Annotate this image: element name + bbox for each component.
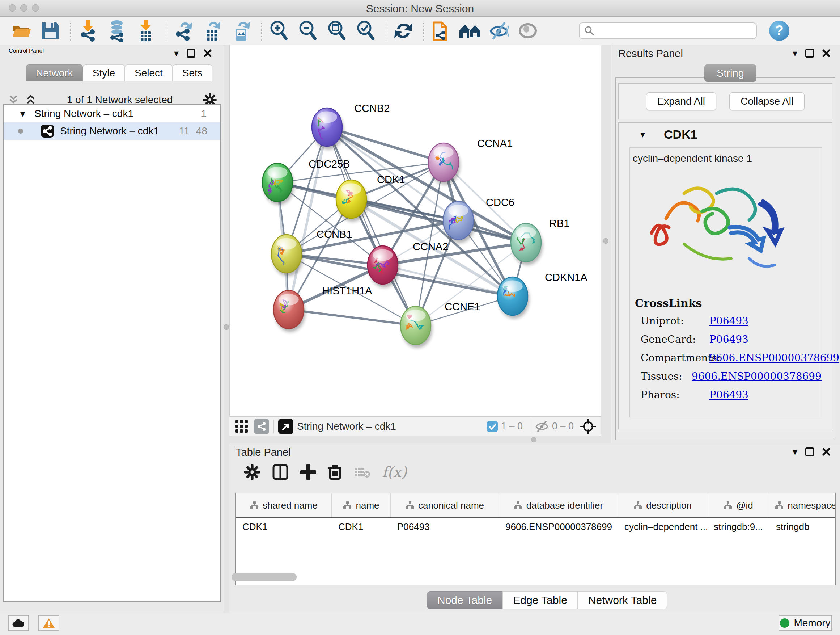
hidden-eye-slash-icon[interactable]: [535, 420, 549, 432]
import-table-from-file-button[interactable]: [134, 19, 157, 42]
crosslink-link[interactable]: P06493: [709, 315, 748, 327]
results-panel-float-button[interactable]: ▾: [793, 49, 797, 58]
results-panel-maximize-button[interactable]: [805, 49, 814, 57]
table-panel-close-icon[interactable]: [822, 448, 831, 456]
new-network-from-selection-button[interactable]: [430, 19, 452, 42]
node-HIST1H1A[interactable]: HIST1H1A: [273, 285, 372, 332]
import-network-from-file-button[interactable]: [77, 19, 99, 42]
control-panel-float-button[interactable]: ▾: [174, 49, 179, 58]
string-network-graph[interactable]: CCNB2CCNA1CDC25BCDK1CDC6RB1CCNB1CCNA2CDK…: [230, 45, 601, 416]
network-share-view-button[interactable]: [254, 419, 269, 434]
tree-expand-arrow-icon[interactable]: ▾: [20, 109, 25, 119]
table-cell[interactable]: P06493: [391, 521, 499, 532]
tab-sets[interactable]: Sets: [172, 65, 212, 81]
gene-collapse-arrow-icon[interactable]: ▾: [640, 130, 645, 139]
collapse-all-button[interactable]: Collapse All: [729, 92, 805, 111]
tab-select[interactable]: Select: [125, 65, 172, 81]
export-network-icon: [173, 19, 194, 42]
automation-cloud-button[interactable]: [8, 615, 29, 631]
control-panel-close-icon[interactable]: [203, 49, 212, 57]
node-CCNA1[interactable]: CCNA1: [428, 138, 513, 185]
expand-all-chevron-icon[interactable]: [25, 95, 37, 105]
crosslink-link[interactable]: P06493: [709, 333, 748, 345]
table-cell[interactable]: 9606.ENSP00000378699: [499, 521, 618, 532]
toolbar-separator: [386, 21, 386, 41]
results-panel-close-icon[interactable]: [822, 49, 831, 57]
crosslink-link[interactable]: 9606.ENSP00000378699: [692, 371, 821, 382]
tab-edge-table[interactable]: Edge Table: [502, 591, 578, 609]
grid-view-icon[interactable]: [234, 419, 249, 434]
node-CCNE1[interactable]: CCNE1: [401, 301, 480, 348]
gene-section-header[interactable]: ▾ CDK1: [619, 123, 832, 146]
crosslink-link[interactable]: 9606.ENSP00000378699: [709, 352, 839, 364]
search-input[interactable]: [595, 25, 747, 36]
collapse-all-chevron-icon[interactable]: [7, 95, 19, 105]
column-header-label: @id: [736, 500, 753, 511]
table-row[interactable]: CDK1CDK1P064939606.ENSP00000378699cyclin…: [236, 518, 835, 535]
column-header-description[interactable]: description: [618, 494, 707, 517]
export-network-to-file-button[interactable]: [172, 19, 195, 42]
open-in-new-window-button[interactable]: [278, 419, 294, 434]
table-panel-float-button[interactable]: ▾: [793, 447, 797, 456]
crosslink-label: Tissues:: [641, 371, 692, 382]
expand-all-button[interactable]: Expand All: [646, 92, 716, 111]
show-columns-icon[interactable]: [272, 464, 289, 480]
table-cell[interactable]: cyclin–dependent ...: [618, 521, 707, 532]
crosslink-link[interactable]: P06493: [709, 389, 748, 401]
right-splitter-handle[interactable]: [603, 238, 608, 244]
table-options-gear-icon[interactable]: [244, 464, 261, 480]
export-image-button[interactable]: [230, 19, 253, 42]
delete-column-trash-icon[interactable]: [328, 464, 342, 480]
zoom-out-button[interactable]: [297, 19, 319, 42]
zoom-fit-button[interactable]: [325, 19, 348, 42]
left-splitter-handle[interactable]: [224, 325, 229, 330]
control-panel-maximize-button[interactable]: [187, 49, 195, 57]
network-tree-row[interactable]: String Network – cdk11148: [4, 122, 220, 140]
tab-style[interactable]: Style: [83, 65, 125, 81]
edge-HIST1H1A-CCNE1[interactable]: [289, 310, 416, 325]
table-panel-maximize-button[interactable]: [805, 448, 814, 456]
help-button[interactable]: ?: [769, 21, 789, 41]
horizontal-splitter[interactable]: [229, 436, 601, 443]
open-session-button[interactable]: [10, 19, 33, 42]
apply-layout-button[interactable]: [392, 19, 415, 42]
tab-network-table[interactable]: Network Table: [578, 591, 668, 609]
node-RB1[interactable]: RB1: [511, 218, 569, 265]
zoom-selected-button[interactable]: [355, 19, 377, 42]
column-header-shared-name[interactable]: shared name: [236, 494, 332, 517]
tab-string[interactable]: String: [704, 65, 756, 82]
column-header-canonical-name[interactable]: canonical name: [391, 494, 499, 517]
node-CCNA2[interactable]: CCNA2: [368, 241, 448, 287]
node-CDK1[interactable]: CDK1: [336, 174, 405, 222]
warnings-button[interactable]: [38, 615, 59, 631]
create-column-plus-icon[interactable]: [300, 464, 316, 480]
birds-eye-view-icon[interactable]: [580, 418, 596, 434]
table-cell[interactable]: CDK1: [236, 521, 332, 532]
network-view-canvas[interactable]: CCNB2CCNA1CDC25BCDK1CDC6RB1CCNB1CCNA2CDK…: [229, 45, 601, 416]
import-network-from-database-button[interactable]: [106, 19, 128, 42]
column-header-database-identifier[interactable]: database identifier: [499, 494, 618, 517]
column-header-name[interactable]: name: [332, 494, 391, 517]
tab-node-table[interactable]: Node Table: [427, 591, 502, 609]
selected-checkbox-icon[interactable]: [486, 421, 498, 432]
edge-CCNB2-CCNA1[interactable]: [327, 127, 444, 162]
zoom-in-button[interactable]: [268, 19, 290, 42]
export-table-to-file-button[interactable]: [201, 19, 224, 42]
network-tree-row[interactable]: ▾String Network – cdk11: [4, 105, 220, 122]
table-cell[interactable]: CDK1: [332, 521, 391, 532]
table-horizontal-scrollbar[interactable]: [232, 573, 297, 581]
column-header-namespace[interactable]: namespace: [769, 494, 836, 517]
save-session-button[interactable]: [39, 19, 62, 42]
horizontal-splitter-handle[interactable]: [531, 437, 537, 442]
right-splitter[interactable]: [601, 45, 611, 443]
hide-selected-button[interactable]: [488, 19, 510, 42]
tab-network[interactable]: Network: [26, 65, 83, 81]
node-CDKN1A[interactable]: CDKN1A: [497, 272, 587, 318]
first-neighbors-button[interactable]: [459, 19, 481, 42]
memory-button[interactable]: Memory: [778, 615, 832, 631]
table-cell[interactable]: stringdb: [769, 521, 836, 532]
table-cell[interactable]: stringdb:9...: [707, 521, 769, 532]
show-all-button[interactable]: [516, 19, 539, 42]
edge-CCNB2-HIST1H1A[interactable]: [289, 127, 327, 310]
column-header--id[interactable]: @id: [707, 494, 769, 517]
